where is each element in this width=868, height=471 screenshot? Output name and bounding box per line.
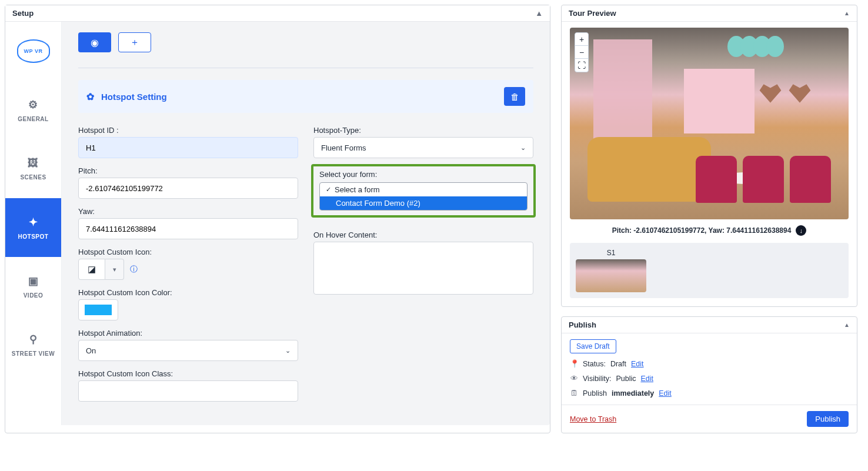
current-hotspot-button[interactable]: ◉ [78, 32, 111, 52]
divider [78, 68, 533, 68]
hotspot-type-label: Hotspot-Type: [313, 126, 533, 135]
sidebar-item-label: HOTSPOT [18, 233, 49, 240]
custom-icon-dropdown[interactable]: ▾ [105, 259, 124, 280]
zoom-in-button[interactable]: + [575, 33, 588, 46]
decor-wall [684, 69, 755, 133]
decor-sofa [587, 137, 711, 202]
publish-panel: Publish ▲ Save Draft 📍 Status: Draft Edi… [561, 316, 857, 433]
fullscreen-button[interactable]: ⛶ [575, 59, 588, 72]
pitch-input[interactable] [78, 178, 298, 199]
chevron-down-icon: ▾ [113, 266, 116, 273]
form-option-placeholder[interactable]: Select a form [320, 183, 527, 196]
decor-chair [743, 156, 784, 203]
icon-color-label: Hotspot Custom Icon Color: [78, 288, 298, 297]
plus-icon: ＋ [130, 36, 139, 49]
collapse-caret-icon: ▲ [535, 9, 543, 18]
contact-card-icon: ◪ [88, 264, 96, 275]
yaw-label: Yaw: [78, 207, 298, 216]
calendar-icon: 🗓 [570, 389, 578, 397]
logo: WP VR [5, 22, 61, 81]
sidebar-item-label: VIDEO [24, 292, 44, 299]
pin-icon: ⚲ [29, 333, 38, 346]
decor-heart [757, 81, 784, 105]
collapse-caret-icon: ▲ [844, 10, 850, 16]
decor-balloons [732, 36, 784, 57]
decor-chair [696, 156, 737, 203]
animation-label: Hotspot Animation: [78, 329, 298, 338]
publish-title: Publish [569, 320, 596, 329]
chevron-down-icon: ⌄ [520, 144, 526, 152]
wpvr-logo: WP VR [17, 39, 50, 63]
delete-hotspot-button[interactable]: 🗑 [504, 87, 525, 106]
select-form-label: Select your form: [319, 170, 528, 179]
setup-panel: Setup ▲ WP VR ⚙ GENERAL 🖼 SCENES ✦ H [5, 5, 550, 433]
form-left-column: Hotspot ID : Pitch: Yaw: Hotspot Cu [78, 126, 298, 402]
hotspot-id-input[interactable] [78, 137, 298, 158]
minus-icon: − [579, 48, 584, 57]
video-icon: ▣ [28, 275, 39, 288]
gear-icon: ⚙ [28, 98, 38, 111]
main-content: ◉ ＋ ✿ Hotspot Setting 🗑 [62, 22, 550, 425]
custom-icon-button[interactable]: ◪ [78, 259, 105, 280]
yaw-input[interactable] [78, 218, 298, 239]
fullscreen-icon: ⛶ [577, 61, 586, 70]
form-select-dropdown[interactable]: Select a form Contact Form Demo (#2) [319, 182, 528, 211]
hotspot-setting-title: Hotspot Setting [101, 92, 167, 102]
gear-icon: ✿ [86, 91, 94, 102]
publish-button[interactable]: Publish [807, 411, 849, 427]
hotspot-type-select[interactable]: Fluent Forms ⌄ [313, 137, 533, 158]
sidebar-item-label: GENERAL [18, 116, 48, 122]
sidebar-item-hotspot[interactable]: ✦ HOTSPOT [5, 198, 61, 257]
publish-label: Publish [583, 389, 607, 397]
icon-color-picker[interactable] [78, 299, 118, 320]
move-to-trash-link[interactable]: Move to Trash [570, 415, 616, 423]
sidebar-item-scenes[interactable]: 🖼 SCENES [5, 139, 61, 198]
hotspot-type-value: Fluent Forms [321, 143, 366, 152]
edit-schedule-link[interactable]: Edit [659, 389, 672, 397]
form-right-column: Hotspot-Type: Fluent Forms ⌄ Select your… [313, 126, 533, 402]
tour-preview-panel: Tour Preview ▲ + − ⛶ [561, 5, 857, 307]
sidebar: WP VR ⚙ GENERAL 🖼 SCENES ✦ HOTSPOT ▣ VID… [5, 22, 62, 425]
sidebar-item-video[interactable]: ▣ VIDEO [5, 257, 61, 316]
animation-value: On [86, 346, 96, 355]
publish-value: immediately [612, 389, 654, 397]
decor-chair [790, 156, 831, 203]
image-icon: 🖼 [28, 157, 39, 169]
chevron-down-icon: ⌄ [285, 347, 291, 355]
download-icon[interactable]: ↓ [796, 225, 806, 236]
eye-icon: 👁 [570, 374, 578, 383]
dot-icon: ◉ [91, 37, 99, 48]
tour-preview-header[interactable]: Tour Preview ▲ [562, 5, 857, 22]
edit-status-link[interactable]: Edit [631, 360, 644, 368]
hotspot-setting-bar: ✿ Hotspot Setting 🗑 [78, 80, 533, 113]
decor-heart [786, 81, 813, 105]
tour-preview-title: Tour Preview [569, 9, 616, 18]
pin-icon: 📍 [570, 359, 578, 368]
zoom-out-button[interactable]: − [575, 46, 588, 59]
add-hotspot-button[interactable]: ＋ [118, 32, 151, 52]
custom-icon-label: Hotspot Custom Icon: [78, 248, 298, 256]
tour-preview-viewport[interactable]: + − ⛶ [570, 28, 849, 219]
zoom-controls: + − ⛶ [575, 32, 589, 72]
select-form-highlight: Select your form: Select a form Contact … [311, 164, 536, 218]
visibility-value: Public [616, 375, 636, 383]
status-value: Draft [610, 360, 626, 368]
setup-panel-header[interactable]: Setup ▲ [5, 5, 550, 22]
icon-class-input[interactable] [78, 380, 298, 402]
scene-thumb-s1[interactable] [576, 259, 646, 292]
sidebar-item-label: STREET VIEW [12, 350, 55, 358]
animation-select[interactable]: On ⌄ [78, 340, 298, 361]
sidebar-item-streetview[interactable]: ⚲ STREET VIEW [5, 316, 61, 375]
sidebar-item-general[interactable]: ⚙ GENERAL [5, 81, 61, 139]
publish-header[interactable]: Publish ▲ [562, 317, 857, 333]
scene-thumbnails: S1 [570, 243, 849, 298]
info-icon[interactable]: ⓘ [130, 264, 138, 275]
edit-visibility-link[interactable]: Edit [640, 375, 653, 383]
thumb-label: S1 [607, 249, 616, 257]
form-option-contact-demo[interactable]: Contact Form Demo (#2) [320, 196, 527, 210]
icon-class-label: Hotspot Custom Icon Class: [78, 369, 298, 378]
target-icon: ✦ [29, 216, 38, 229]
on-hover-textarea[interactable] [313, 242, 533, 295]
visibility-label: Visibility: [583, 375, 611, 383]
save-draft-button[interactable]: Save Draft [570, 339, 616, 353]
